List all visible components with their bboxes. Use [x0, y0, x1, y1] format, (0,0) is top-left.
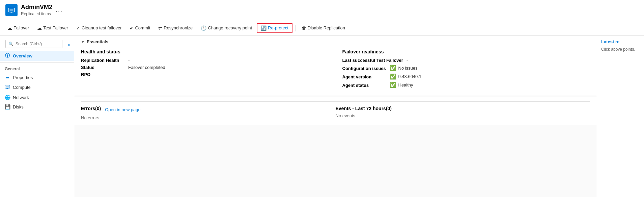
failover-col: Failover readiness Last successful Test …	[342, 49, 590, 90]
change-recovery-button[interactable]: 🕐 Change recovery point	[197, 24, 255, 32]
sidebar-item-overview[interactable]: ⓘ Overview	[0, 51, 74, 61]
sidebar: 🔍 « ⓘ Overview General ≣ Properties	[0, 36, 74, 197]
toolbar-divider	[295, 25, 296, 31]
essentials-section: ▼ Essentials Health and status Replicati…	[74, 36, 597, 96]
replication-health-row: Replication Health -	[81, 58, 329, 63]
cleanup-button[interactable]: ✓ Cleanup test failover	[73, 24, 125, 32]
replication-health-value: -	[128, 58, 130, 63]
failover-icon: ☁	[7, 25, 12, 31]
failover-label: Failover	[13, 25, 29, 30]
agent-status-value: ✅ Healthy	[390, 82, 413, 88]
agent-version-value: ✅ 9.43.6040.1	[390, 73, 422, 80]
replication-health-label: Replication Health	[81, 58, 125, 63]
collapse-button[interactable]: «	[66, 42, 72, 47]
commit-label: Commit	[135, 25, 150, 30]
bottom-grid: Errors(0) Open in new page No errors Eve…	[81, 106, 590, 120]
test-failover-label: Test Failover	[43, 25, 68, 30]
sidebar-item-properties[interactable]: ≣ Properties	[0, 73, 74, 82]
health-status-col: Health and status Replication Health - S…	[81, 49, 329, 90]
bottom-divider	[81, 101, 590, 102]
vm-subtitle: Replicated items	[21, 11, 51, 16]
config-issues-value: ✅ No issues	[390, 65, 418, 71]
vm-icon	[5, 4, 18, 16]
commit-icon: ✔	[130, 25, 134, 31]
sidebar-item-network[interactable]: 🌐 Network	[0, 93, 74, 102]
general-section-label: General	[0, 64, 74, 73]
search-icon: 🔍	[8, 42, 13, 46]
last-test-failover-label: Last successful Test Failover	[342, 58, 403, 63]
properties-label: Properties	[13, 75, 33, 80]
search-input[interactable]	[16, 42, 59, 46]
config-issues-label: Configuration issues	[342, 66, 386, 71]
no-errors-label: No errors	[81, 115, 336, 120]
essentials-header[interactable]: ▼ Essentials	[81, 39, 590, 44]
bottom-section: Errors(0) Open in new page No errors Eve…	[74, 97, 597, 125]
health-title: Health and status	[81, 49, 329, 54]
test-failover-icon: ☁	[37, 25, 42, 31]
page-header: AdminVM2 Replicated items ...	[0, 0, 644, 20]
re-protect-label: Re-protect	[268, 25, 288, 30]
failover-button[interactable]: ☁ Failover	[4, 24, 32, 32]
disks-label: Disks	[13, 104, 24, 109]
agent-status-label: Agent status	[342, 83, 386, 88]
vm-name: AdminVM2	[21, 4, 52, 11]
rpo-row: RPO -	[81, 72, 329, 77]
essentials-title: Essentials	[87, 39, 108, 44]
main-content: ▼ Essentials Health and status Replicati…	[74, 36, 597, 197]
no-events-label: No events	[336, 113, 590, 118]
resync-button[interactable]: ⇄ Resynchronize	[155, 24, 196, 32]
last-test-failover-value: -	[407, 58, 408, 63]
errors-header-row: Errors(0) Open in new page	[81, 106, 336, 113]
status-label: Status	[81, 65, 125, 70]
re-protect-button[interactable]: 🔄 Re-protect	[257, 23, 292, 33]
network-icon: 🌐	[5, 95, 10, 100]
failover-title: Failover readiness	[342, 49, 590, 54]
search-box: 🔍	[5, 40, 62, 48]
overview-icon: ⓘ	[5, 53, 10, 59]
cleanup-icon: ✓	[76, 25, 80, 31]
properties-icon: ≣	[5, 75, 10, 80]
status-value: Failover completed	[128, 65, 165, 70]
errors-title: Errors(0)	[81, 106, 101, 111]
disable-replication-label: Disable Replication	[308, 25, 345, 30]
cleanup-label: Cleanup test failover	[82, 25, 122, 30]
agent-version-check-icon: ✅	[390, 73, 396, 80]
compute-icon	[5, 84, 10, 91]
open-new-page-link[interactable]: Open in new page	[105, 107, 141, 112]
config-issues-row: Configuration issues ✅ No issues	[342, 65, 590, 71]
change-recovery-label: Change recovery point	[208, 25, 252, 30]
resync-label: Resynchronize	[164, 25, 193, 30]
more-options-button[interactable]: ...	[56, 6, 63, 14]
resync-icon: ⇄	[158, 25, 162, 31]
sidebar-item-disks[interactable]: 💾 Disks	[0, 102, 74, 112]
events-title: Events - Last 72 hours(0)	[336, 106, 590, 111]
compute-label: Compute	[13, 85, 31, 90]
latest-recovery-title: Latest re	[601, 39, 640, 44]
essentials-grid: Health and status Replication Health - S…	[81, 49, 590, 90]
agent-version-row: Agent version ✅ 9.43.6040.1	[342, 73, 590, 80]
change-recovery-icon: 🕐	[201, 25, 206, 31]
events-section: Events - Last 72 hours(0) No events	[336, 106, 590, 120]
errors-section: Errors(0) Open in new page No errors	[81, 106, 336, 120]
last-test-failover-row: Last successful Test Failover -	[342, 58, 590, 63]
rpo-value: -	[128, 72, 130, 77]
disable-replication-button[interactable]: 🗑 Disable Replication	[298, 24, 348, 32]
re-protect-icon: 🔄	[261, 25, 267, 31]
network-label: Network	[13, 95, 29, 100]
main-layout: 🔍 « ⓘ Overview General ≣ Properties	[0, 36, 644, 197]
nav-divider	[0, 62, 74, 63]
test-failover-button[interactable]: ☁ Test Failover	[34, 24, 72, 32]
agent-version-label: Agent version	[342, 74, 386, 79]
agent-status-row: Agent status ✅ Healthy	[342, 82, 590, 88]
agent-status-check-icon: ✅	[390, 82, 396, 88]
commit-button[interactable]: ✔ Commit	[126, 24, 153, 32]
config-check-icon: ✅	[390, 65, 396, 71]
sidebar-item-compute[interactable]: Compute	[0, 82, 74, 93]
svg-rect-5	[6, 86, 9, 88]
disks-icon: 💾	[5, 104, 10, 109]
toolbar: ☁ Failover ☁ Test Failover ✓ Cleanup tes…	[0, 20, 644, 36]
latest-recovery-panel: Latest re Click above points.	[597, 36, 644, 197]
search-row: 🔍 «	[0, 39, 74, 51]
svg-rect-1	[10, 9, 13, 11]
rpo-label: RPO	[81, 72, 125, 77]
